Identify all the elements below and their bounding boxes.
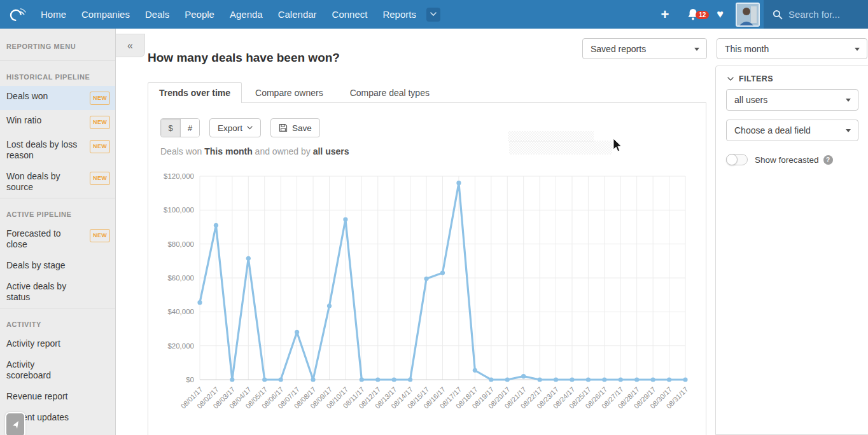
new-badge: NEW xyxy=(90,92,110,105)
currency-mode-button[interactable]: $ xyxy=(161,119,180,137)
sidebar-item-activity-scoreboard[interactable]: Activity scoreboard xyxy=(0,354,115,386)
filters-header[interactable]: FILTERS xyxy=(727,74,773,83)
report-tabs: Trends over timeCompare ownersCompare de… xyxy=(148,82,443,103)
sidebar-item-won-deals-by-source[interactable]: Won deals by sourceNEW xyxy=(0,166,115,198)
count-mode-button[interactable]: # xyxy=(180,119,199,137)
search-icon xyxy=(773,10,783,20)
tab-compare-owners[interactable]: Compare owners xyxy=(242,83,337,103)
global-search xyxy=(764,0,868,29)
reporting-sidebar: REPORTING MENU HISTORICAL PIPELINEDeals … xyxy=(0,29,116,435)
chevron-down-icon xyxy=(694,48,699,51)
nav-item-people[interactable]: People xyxy=(177,9,222,20)
notification-count-badge: 12 xyxy=(696,11,709,19)
search-input[interactable] xyxy=(788,9,858,20)
page-title: How many deals have been won? xyxy=(148,51,340,65)
show-forecasted-label: Show forecasted xyxy=(755,155,819,165)
sidebar-item-label: Forecasted to close xyxy=(6,228,81,250)
sidebar-title: REPORTING MENU xyxy=(0,29,115,60)
top-navbar: HomeCompaniesDealsPeopleAgendaCalendarCo… xyxy=(0,0,868,29)
svg-text:$80,000: $80,000 xyxy=(167,240,194,248)
chevron-down-icon xyxy=(727,77,734,81)
svg-text:$0: $0 xyxy=(186,376,194,383)
sidebar-item-label: Deals won xyxy=(6,91,48,102)
new-badge: NEW xyxy=(90,116,110,129)
new-badge: NEW xyxy=(90,172,110,185)
sidebar-item-label: Win ratio xyxy=(6,115,41,126)
sidebar-item-label: Won deals by source xyxy=(6,171,81,193)
chevron-down-icon xyxy=(855,48,860,51)
notifications-button[interactable]: 12 xyxy=(678,8,708,21)
nav-item-calendar[interactable]: Calendar xyxy=(270,9,325,20)
chevron-down-icon xyxy=(846,129,851,132)
svg-text:$60,000: $60,000 xyxy=(167,274,194,282)
sidebar-item-revenue-report[interactable]: Revenue report xyxy=(0,386,115,407)
date-range-select[interactable]: This month xyxy=(717,38,867,59)
svg-text:$120,000: $120,000 xyxy=(164,172,194,180)
svg-text:$100,000: $100,000 xyxy=(164,206,194,214)
main-nav-items: HomeCompaniesDealsPeopleAgendaCalendarCo… xyxy=(33,9,424,20)
svg-text:$20,000: $20,000 xyxy=(167,342,194,350)
show-forecasted-row: Show forecasted ? xyxy=(726,154,833,165)
nav-item-connect[interactable]: Connect xyxy=(325,9,375,20)
save-disk-icon xyxy=(279,123,288,132)
nav-item-agenda[interactable]: Agenda xyxy=(222,9,270,20)
sidebar-item-label: Active deals by status xyxy=(6,281,81,303)
saved-reports-select[interactable]: Saved reports xyxy=(582,38,707,59)
sidebar-item-label: Activity scoreboard xyxy=(6,359,81,381)
chevron-down-icon xyxy=(247,126,253,130)
sidebar-section-header-activity: ACTIVITY xyxy=(0,308,115,333)
mouse-cursor xyxy=(613,139,622,155)
app-window: HomeCompaniesDealsPeopleAgendaCalendarCo… xyxy=(0,0,868,435)
sidebar-item-activity-report[interactable]: Activity report xyxy=(0,333,115,354)
new-badge: NEW xyxy=(90,140,110,153)
reports-dropdown-button[interactable] xyxy=(426,8,440,22)
tooltip-fade-artifact xyxy=(509,141,612,155)
nav-item-home[interactable]: Home xyxy=(33,9,74,20)
sidebar-collapse-button[interactable]: « xyxy=(116,34,145,57)
sidebar-item-label: Activity report xyxy=(6,338,60,349)
nav-item-deals[interactable]: Deals xyxy=(137,9,177,20)
svg-text:$40,000: $40,000 xyxy=(167,308,194,315)
sidebar-item-lost-deals-by-loss-reason[interactable]: Lost deals by loss reasonNEW xyxy=(0,134,115,166)
sidebar-item-deals-won[interactable]: Deals wonNEW xyxy=(0,86,115,110)
user-avatar[interactable] xyxy=(736,3,760,27)
sidebar-item-label: Lost deals by loss reason xyxy=(6,139,81,161)
tab-trends-over-time[interactable]: Trends over time xyxy=(148,82,242,103)
save-button[interactable]: Save xyxy=(270,118,320,137)
value-mode-segment: $ # xyxy=(160,118,200,137)
sidebar-item-label: Deals by stage xyxy=(6,260,66,271)
help-widget-button[interactable] xyxy=(5,412,25,435)
tab-compare-deal-types[interactable]: Compare deal types xyxy=(337,83,443,103)
help-question-icon[interactable]: ? xyxy=(823,155,833,165)
nav-item-reports[interactable]: Reports xyxy=(375,9,424,20)
sidebar-item-active-deals-by-status[interactable]: Active deals by status xyxy=(0,276,115,308)
sidebar-item-deals-by-stage[interactable]: Deals by stage xyxy=(0,255,115,276)
export-button[interactable]: Export xyxy=(209,118,261,137)
sidebar-item-forecasted-to-close[interactable]: Forecasted to closeNEW xyxy=(0,223,115,255)
nutshell-logo-icon[interactable] xyxy=(6,4,28,25)
sidebar-item-label: Revenue report xyxy=(6,391,68,402)
sidebar-item-win-ratio[interactable]: Win ratioNEW xyxy=(0,110,115,134)
new-badge: NEW xyxy=(90,229,110,242)
chart-subtitle: Deals won This month and owned by all us… xyxy=(160,146,349,156)
sidebar-sections: HISTORICAL PIPELINEDeals wonNEWWin ratio… xyxy=(0,61,115,428)
deal-field-filter-select[interactable]: Choose a deal field xyxy=(726,120,858,141)
favorites-heart-icon[interactable]: ♥ xyxy=(708,8,732,21)
sidebar-section-header-historical-pipeline: HISTORICAL PIPELINE xyxy=(0,61,115,86)
show-forecasted-toggle[interactable] xyxy=(726,154,748,165)
toggle-knob xyxy=(726,154,738,165)
navbar-right-cluster: + 12 ♥ xyxy=(652,0,868,29)
chevron-down-icon xyxy=(846,99,851,102)
sidebar-section-header-active-pipeline: ACTIVE PIPELINE xyxy=(0,198,115,223)
add-new-button[interactable]: + xyxy=(652,0,678,29)
nav-item-companies[interactable]: Companies xyxy=(74,9,137,20)
chart-toolbar: $ # Export Save xyxy=(160,118,320,137)
user-filter-select[interactable]: all users xyxy=(726,89,858,111)
deals-won-line-chart: $0$20,000$40,000$60,000$80,000$100,000$1… xyxy=(148,167,706,421)
